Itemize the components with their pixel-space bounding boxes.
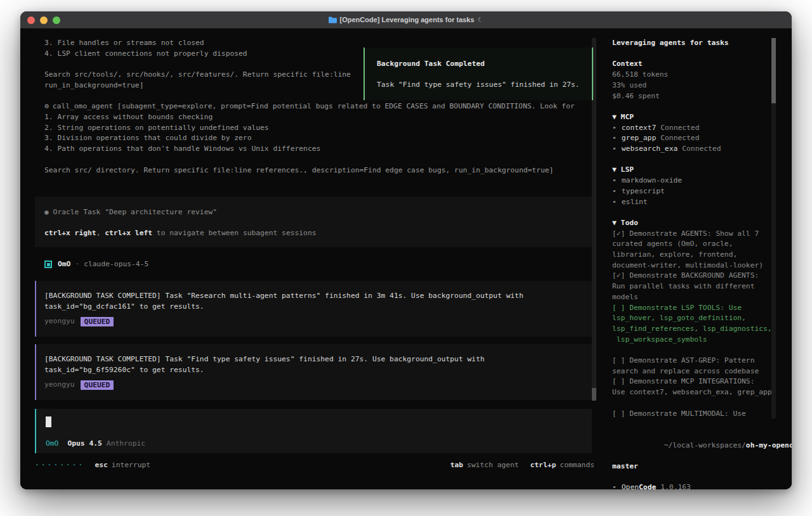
context-used: 33% used bbox=[612, 81, 778, 91]
app-version: • OpenCode 1.0.163 bbox=[612, 482, 778, 489]
workspace-path: ~/local-workspaces/oh-my-opencode: maste… bbox=[612, 430, 778, 472]
bullet-icon: • bbox=[612, 144, 617, 155]
tool-call-body: 1. Array access without bounds checking … bbox=[44, 112, 554, 176]
text-cursor bbox=[46, 416, 51, 427]
notification-body: Task "Find type safety issues" finished … bbox=[377, 80, 580, 91]
todo-item: [ ] Demonstrate MULTIMODAL: Use bbox=[612, 409, 778, 420]
mcp-status: Connected bbox=[660, 123, 699, 134]
mcp-name: context7 bbox=[622, 123, 656, 134]
app-name-open: Open bbox=[622, 482, 639, 489]
agent-model: claude-opus-4-5 bbox=[84, 259, 148, 270]
message-author: yeongyu bbox=[44, 380, 75, 390]
mcp-section: ▼ MCP • context7 Connected • grep_app Co… bbox=[612, 112, 778, 155]
window-title: [OpenCode] Leveraging agents for tasks ☾ bbox=[329, 16, 484, 24]
message-body: [BACKGROUND TASK COMPLETED] Task "Find t… bbox=[44, 354, 584, 375]
window-title-text: [OpenCode] Leveraging agents for tasks bbox=[340, 16, 475, 23]
window-titlebar[interactable]: [OpenCode] Leveraging agents for tasks ☾ bbox=[20, 11, 792, 29]
message-body: [BACKGROUND TASK COMPLETED] Task "Resear… bbox=[44, 291, 584, 312]
message-card: [BACKGROUND TASK COMPLETED] Task "Resear… bbox=[35, 281, 592, 337]
notification-title: Background Task Completed bbox=[377, 59, 580, 70]
hint-key-left: ctrl+x left bbox=[105, 229, 152, 237]
input-model-name: Opus 4.5 bbox=[67, 439, 102, 449]
sidebar-scrollbar[interactable] bbox=[771, 38, 776, 418]
mcp-name: websearch_exa bbox=[622, 144, 678, 155]
lsp-name: eslint bbox=[622, 197, 648, 208]
main-scrollbar-thumb[interactable] bbox=[592, 388, 596, 401]
session-title: Leveraging agents for tasks bbox=[612, 38, 778, 49]
context-tokens: 66,518 tokens bbox=[612, 70, 778, 81]
hint-rest: to navigate between subagent sessions bbox=[152, 229, 316, 237]
input-model-info: OmO Opus 4.5 Anthropic bbox=[46, 439, 145, 449]
scrollback-text: 3. File handles or streams not closed 4.… bbox=[44, 38, 351, 91]
bullet-icon: • bbox=[612, 197, 617, 208]
input-provider-name: Anthropic bbox=[107, 439, 145, 449]
lsp-item: • markdown-oxide bbox=[612, 176, 778, 186]
bullet-icon: • bbox=[612, 176, 617, 186]
sidebar: Leveraging agents for tasks Context 66,5… bbox=[601, 29, 792, 489]
mcp-status: Connected bbox=[682, 144, 721, 155]
mcp-item: • context7 Connected bbox=[612, 123, 778, 134]
todo-item: [ ] Demonstrate AST-GREP: Pattern search… bbox=[612, 356, 778, 377]
app-name-code: Code bbox=[639, 482, 656, 489]
oracle-task-panel: ◉ Oracle Task "Deep architecture review"… bbox=[35, 197, 592, 247]
todo-item: [ ] Demonstrate MCP INTEGRATIONS: Use co… bbox=[612, 377, 778, 397]
agent-separator: · bbox=[75, 259, 79, 270]
agent-header: OmO · claude-opus-4-5 bbox=[44, 259, 148, 270]
workspace-repo: oh-my-opencode: bbox=[746, 441, 792, 449]
input-agent-name: OmO bbox=[46, 439, 58, 449]
tab-key-label: switch agent bbox=[467, 460, 519, 471]
mcp-item: • websearch_exa Connected bbox=[612, 144, 778, 155]
traffic-lights bbox=[27, 16, 60, 24]
hint-separator: , bbox=[96, 229, 105, 237]
tool-call-line: ⚙call_omo_agent [subagent_type=explore, … bbox=[44, 101, 575, 112]
lsp-heading[interactable]: ▼ LSP bbox=[612, 165, 778, 176]
context-heading: Context bbox=[612, 59, 778, 70]
agent-icon bbox=[44, 261, 52, 268]
tool-call-text: call_omo_agent [subagent_type=explore, p… bbox=[53, 102, 575, 110]
todo-item: [✓] Demonstrate BACKGROUND AGENTS: Run p… bbox=[612, 271, 778, 302]
todo-section: ▼ Todo [✓] Demonstrate AGENTS: Show all … bbox=[612, 218, 778, 419]
esc-key-label: interrupt bbox=[112, 460, 150, 471]
workspace-branch: master bbox=[612, 461, 778, 472]
gear-icon: ⚙ bbox=[44, 102, 49, 110]
zoom-button[interactable] bbox=[53, 16, 60, 24]
tab-key-hint: tab bbox=[450, 460, 463, 471]
context-section: Context 66,518 tokens 33% used $0.46 spe… bbox=[612, 59, 778, 101]
close-button[interactable] bbox=[27, 16, 35, 24]
mcp-heading[interactable]: ▼ MCP bbox=[612, 112, 778, 123]
mcp-status: Connected bbox=[660, 133, 699, 144]
agent-name: OmO bbox=[58, 259, 70, 270]
hint-key-right: ctrl+x right bbox=[44, 229, 96, 237]
bullet-icon: • bbox=[612, 482, 617, 489]
todo-item: [ ] Demonstrate LSP TOOLS: Use lsp_hover… bbox=[612, 303, 778, 345]
todo-heading[interactable]: ▼ Todo bbox=[612, 218, 778, 229]
status-badge: QUEUED bbox=[81, 317, 114, 326]
sidebar-scrollbar-thumb[interactable] bbox=[771, 38, 776, 103]
folder-icon bbox=[329, 16, 337, 23]
bullet-icon: • bbox=[612, 133, 617, 144]
prompt-input[interactable]: OmO Opus 4.5 Anthropic bbox=[35, 409, 592, 453]
message-card: [BACKGROUND TASK COMPLETED] Task "Find t… bbox=[35, 344, 592, 400]
status-bar: ········ esc interrupt tab switch agent … bbox=[35, 460, 594, 471]
lsp-section: ▼ LSP • markdown-oxide • typescript • es… bbox=[612, 165, 778, 207]
oracle-task-title: ◉ Oracle Task "Deep architecture review" bbox=[44, 207, 582, 218]
minimize-button[interactable] bbox=[40, 16, 48, 24]
todo-item: [✓] Demonstrate AGENTS: Show all 7 curat… bbox=[612, 229, 778, 271]
background-task-notification: Background Task Completed Task "Find typ… bbox=[363, 48, 593, 100]
workspace-prefix: ~/local-workspaces/ bbox=[664, 441, 746, 449]
moon-icon: ☾ bbox=[478, 16, 484, 24]
mcp-item: • grep_app Connected bbox=[612, 133, 778, 144]
lsp-item: • typescript bbox=[612, 186, 778, 197]
conversation-pane: 3. File handles or streams not closed 4.… bbox=[20, 29, 601, 489]
context-spent: $0.46 spent bbox=[612, 91, 778, 102]
ctrlp-key-hint: ctrl+p bbox=[530, 460, 556, 471]
ctrlp-key-label: commands bbox=[560, 460, 594, 471]
subagent-navigation-hint: ctrl+x right, ctrl+x left to navigate be… bbox=[44, 228, 582, 239]
terminal-window: [OpenCode] Leveraging agents for tasks ☾… bbox=[20, 11, 792, 489]
lsp-name: typescript bbox=[622, 186, 665, 197]
mcp-name: grep_app bbox=[622, 133, 656, 144]
app-version-number: 1.0.163 bbox=[660, 482, 691, 489]
spinner-dots: ········ bbox=[35, 460, 84, 471]
bullet-icon: • bbox=[612, 186, 617, 197]
lsp-item: • eslint bbox=[612, 197, 778, 208]
